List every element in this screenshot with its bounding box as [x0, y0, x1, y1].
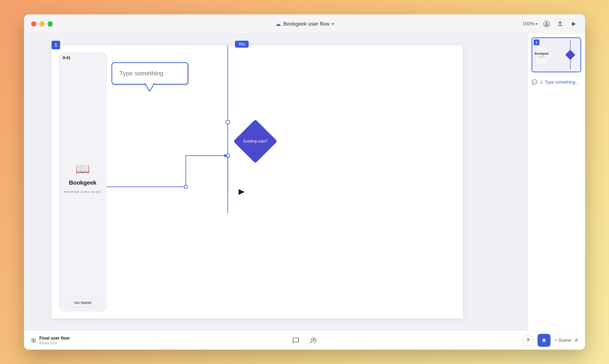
cloud-icon: ☁ [275, 21, 281, 27]
svg-rect-15 [565, 50, 575, 60]
right-panel: 1 Bookgeek [527, 34, 585, 330]
fullscreen-button[interactable] [47, 21, 53, 26]
phone-mockup: 9:41 📖 Bookgeek Knowledge at your ear ti… [59, 53, 107, 311]
speech-bubble-box: Type something [111, 62, 188, 85]
thumbnail-preview: 1 Bookgeek [532, 38, 581, 72]
main-content: 1 Yes [24, 34, 585, 330]
dropdown-arrow-icon[interactable]: ▾ [332, 21, 334, 26]
thumbnail-card[interactable]: 1 Bookgeek [532, 37, 581, 72]
svg-marker-9 [224, 154, 228, 157]
decision-diamond-wrapper: Existing user? [238, 125, 272, 158]
titlebar: ☁ Bookgeek user flow ▾ 100% ▾ [24, 14, 585, 34]
svg-point-17 [314, 338, 316, 340]
app-window: ☁ Bookgeek user flow ▾ 100% ▾ [24, 14, 585, 350]
scene-control[interactable]: + Scene A [554, 338, 578, 343]
svg-point-1 [546, 22, 548, 24]
svg-point-5 [226, 154, 230, 157]
comment-toolbar-button[interactable] [289, 334, 302, 347]
decision-diamond-text: Existing user? [243, 139, 268, 144]
close-button[interactable] [31, 21, 36, 26]
help-button[interactable]: ? [522, 335, 534, 346]
yes-badge: Yes [235, 41, 249, 48]
board-sub: Board 1/12 [39, 341, 69, 345]
thumbnail-phone-icon: Bookgeek [536, 45, 548, 65]
play-button[interactable] [569, 20, 578, 28]
svg-point-16 [311, 338, 314, 340]
app-name: Bookgeek [69, 179, 97, 186]
zoom-value: 100% [523, 21, 535, 26]
speech-bubble: Type something [111, 62, 188, 85]
board-title: Final user flow [39, 336, 69, 341]
bubble-tail-icon [142, 83, 157, 92]
traffic-lights [31, 21, 53, 26]
cursor-arrow-icon: ▶ [238, 187, 245, 196]
svg-point-10 [184, 185, 188, 188]
zoom-arrow-icon: ▾ [536, 22, 538, 26]
minimize-button[interactable] [39, 21, 45, 26]
bottom-center-controls [289, 334, 320, 347]
avatar-button[interactable] [542, 20, 551, 28]
get-started-button[interactable]: Get Started [67, 298, 99, 307]
document-title: Bookgeek user flow [283, 21, 330, 27]
frame-badge: 1 [52, 41, 60, 49]
phone-bottom: Get Started [59, 294, 107, 311]
bottom-bar: ⊞ Final user flow Board 1/12 [24, 330, 585, 350]
comment-text: 1. Type something... [540, 80, 579, 85]
phone-app-content: 📖 Bookgeek Knowledge at your ear tips. [59, 61, 107, 294]
bottom-right-controls: ? + Scene A [522, 334, 578, 347]
thumbnail-flow-icon [549, 40, 577, 69]
zoom-control[interactable]: 100% ▾ [523, 21, 538, 26]
ai-mode-button[interactable] [538, 334, 551, 347]
book-icon: 📖 [76, 162, 90, 176]
titlebar-center: ☁ Bookgeek user flow ▾ [275, 21, 334, 27]
speech-bubble-text: Type something [119, 70, 164, 77]
canvas-area[interactable]: 1 Yes [24, 34, 527, 330]
board-text: Final user flow Board 1/12 [39, 336, 69, 345]
board-info: ⊞ Final user flow Board 1/12 [31, 336, 69, 345]
flow-connectors [52, 46, 463, 318]
decision-diamond: Existing user? [233, 119, 277, 163]
collaboration-button[interactable] [307, 334, 320, 347]
comment-icon: 💬 [532, 79, 538, 85]
app-tagline: Knowledge at your ear tips. [64, 190, 102, 194]
share-button[interactable] [556, 20, 564, 28]
board-grid-icon: ⊞ [31, 337, 36, 344]
phone-status-bar: 9:41 [59, 53, 107, 61]
svg-marker-2 [572, 22, 576, 26]
titlebar-right: 100% ▾ [523, 20, 578, 28]
help-icon: ? [526, 337, 530, 343]
panel-comment-item[interactable]: 💬 1. Type something... [528, 76, 585, 88]
design-frame: 9:41 📖 Bookgeek Knowledge at your ear ti… [52, 46, 463, 318]
scene-label-text: + Scene A [554, 338, 578, 343]
ai-icon [541, 337, 547, 344]
svg-point-4 [226, 120, 230, 124]
